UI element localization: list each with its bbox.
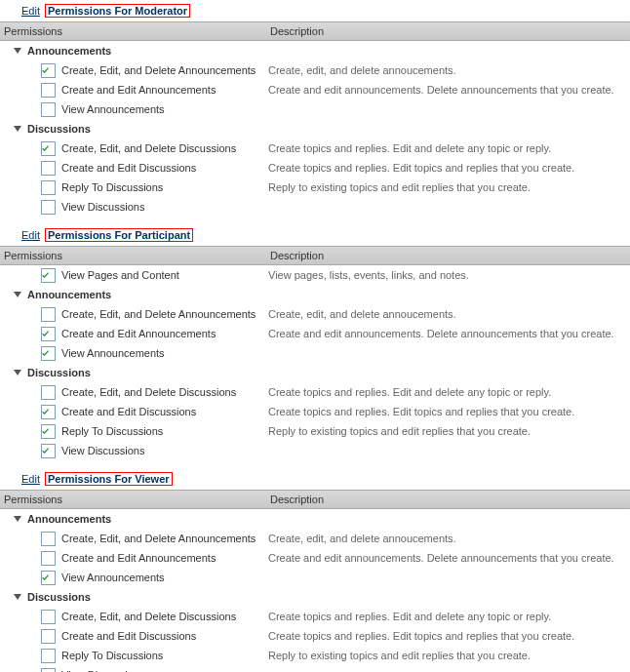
permission-row: Create, Edit, and Delete Discussions Cre… <box>0 607 630 626</box>
permission-row: View Announcements <box>0 568 630 587</box>
permission-description: Create topics and replies. Edit and dele… <box>268 611 630 622</box>
permission-row: Reply To Discussions Reply to existing t… <box>0 178 630 197</box>
permission-checkbox[interactable] <box>41 83 56 98</box>
permission-description: Create, edit, and delete annoucements. <box>268 64 630 76</box>
permission-description: Create and edit announcements. Delete an… <box>268 84 630 96</box>
column-description: Description <box>268 491 630 508</box>
permission-label: View Announcements <box>61 103 165 115</box>
permission-row: View Pages and Content View pages, lists… <box>0 265 630 285</box>
permission-label: Create and Edit Announcements <box>61 328 216 339</box>
permission-row: Create and Edit Discussions Create topic… <box>0 402 630 421</box>
permission-description: Create topics and replies. Edit and dele… <box>268 386 630 398</box>
permission-row: Create and Edit Announcements Create and… <box>0 324 630 343</box>
permission-checkbox[interactable] <box>41 629 56 644</box>
permission-label: Reply To Discussions <box>61 425 163 437</box>
permission-group[interactable]: Discussions <box>0 363 630 382</box>
permission-checkbox[interactable] <box>41 532 56 546</box>
permission-checkbox[interactable] <box>41 668 56 673</box>
permission-row: View Announcements <box>0 343 630 363</box>
permission-row: Create and Edit Announcements Create and… <box>0 548 630 568</box>
permission-checkbox[interactable] <box>41 649 56 663</box>
permission-checkbox[interactable] <box>41 63 56 78</box>
permission-label: Create and Edit Discussions <box>61 162 196 174</box>
permission-label: Create, Edit, and Delete Discussions <box>61 142 236 154</box>
permission-group[interactable]: Announcements <box>0 285 630 304</box>
permission-checkbox[interactable] <box>41 327 56 341</box>
column-headers: Permissions Description <box>0 246 630 265</box>
collapse-icon[interactable] <box>14 594 21 600</box>
permission-row: View Discussions <box>0 441 630 460</box>
permission-checkbox[interactable] <box>41 141 56 156</box>
permission-checkbox[interactable] <box>41 405 56 419</box>
column-permissions: Permissions <box>0 247 268 264</box>
permission-description: Reply to existing topics and edit replie… <box>268 425 630 437</box>
permission-checkbox[interactable] <box>41 161 56 176</box>
permission-label: Create, Edit, and Delete Announcements <box>61 533 256 544</box>
permission-checkbox[interactable] <box>41 102 56 117</box>
column-description: Description <box>268 247 630 264</box>
collapse-icon[interactable] <box>14 126 21 132</box>
permission-label: View Announcements <box>61 572 165 583</box>
collapse-icon[interactable] <box>14 292 21 297</box>
permission-group[interactable]: Announcements <box>0 41 630 60</box>
permission-checkbox[interactable] <box>41 551 56 566</box>
permission-checkbox[interactable] <box>41 346 56 361</box>
permission-row: Create, Edit, and Delete Discussions Cre… <box>0 138 630 158</box>
edit-link[interactable]: Edit <box>21 473 40 485</box>
edit-link[interactable]: Edit <box>21 5 40 17</box>
edit-link[interactable]: Edit <box>21 229 40 241</box>
permission-row: Create, Edit, and Delete Announcements C… <box>0 304 630 324</box>
permission-label: View Discussions <box>61 445 144 456</box>
permission-row: View Discussions <box>0 197 630 217</box>
permission-checkbox[interactable] <box>41 610 56 624</box>
permission-description: Create, edit, and delete annoucements. <box>268 533 630 544</box>
group-name: Discussions <box>27 591 91 603</box>
permission-checkbox[interactable] <box>41 571 56 585</box>
permission-label: Reply To Discussions <box>61 181 163 193</box>
permission-label: Create and Edit Announcements <box>61 84 216 96</box>
group-name: Discussions <box>27 367 91 378</box>
permission-description: Create topics and replies. Edit topics a… <box>268 630 630 642</box>
permission-label: Create and Edit Discussions <box>61 630 196 642</box>
collapse-icon[interactable] <box>14 370 21 376</box>
permission-group[interactable]: Announcements <box>0 509 630 529</box>
permission-checkbox[interactable] <box>41 307 56 322</box>
permissions-panel: Edit Permissions For Viewer Permissions … <box>0 468 630 672</box>
permission-row: Reply To Discussions Reply to existing t… <box>0 646 630 665</box>
permission-label: Create and Edit Announcements <box>61 552 216 564</box>
permission-description: View pages, lists, events, links, and no… <box>268 269 630 281</box>
permission-checkbox[interactable] <box>41 385 56 400</box>
permission-row: View Announcements <box>0 99 630 119</box>
permission-label: View Pages and Content <box>61 269 179 281</box>
permission-checkbox[interactable] <box>41 200 56 215</box>
panel-title: Permissions For Participant <box>45 228 193 242</box>
permission-row: Create, Edit, and Delete Announcements C… <box>0 529 630 548</box>
permission-label: View Announcements <box>61 347 165 359</box>
permission-checkbox[interactable] <box>41 268 56 283</box>
permission-checkbox[interactable] <box>41 444 56 458</box>
permission-row: Reply To Discussions Reply to existing t… <box>0 421 630 441</box>
permission-group[interactable]: Discussions <box>0 587 630 607</box>
permission-description: Create topics and replies. Edit topics a… <box>268 406 630 417</box>
permission-checkbox[interactable] <box>41 180 56 195</box>
permission-description: Reply to existing topics and edit replie… <box>268 650 630 661</box>
permission-checkbox[interactable] <box>41 424 56 439</box>
permission-label: Create and Edit Discussions <box>61 406 196 417</box>
collapse-icon[interactable] <box>14 516 21 522</box>
column-description: Description <box>268 22 630 40</box>
permission-row: Create and Edit Announcements Create and… <box>0 80 630 99</box>
permission-description: Create topics and replies. Edit topics a… <box>268 162 630 174</box>
permission-description: Create and edit announcements. Delete an… <box>268 328 630 339</box>
panel-title: Permissions For Viewer <box>45 472 173 486</box>
permission-description: Reply to existing topics and edit replie… <box>268 181 630 193</box>
permission-group[interactable]: Discussions <box>0 119 630 138</box>
permissions-panel: Edit Permissions For Participant Permiss… <box>0 224 630 460</box>
permission-label: Create, Edit, and Delete Discussions <box>61 611 236 622</box>
panel-title: Permissions For Moderator <box>45 4 190 18</box>
permission-description: Create, edit, and delete annoucements. <box>268 308 630 320</box>
permissions-panel: Edit Permissions For Moderator Permissio… <box>0 0 630 217</box>
permission-row: View Discussions <box>0 665 630 672</box>
group-name: Announcements <box>27 45 111 57</box>
collapse-icon[interactable] <box>14 48 21 54</box>
permission-row: Create, Edit, and Delete Announcements C… <box>0 60 630 80</box>
